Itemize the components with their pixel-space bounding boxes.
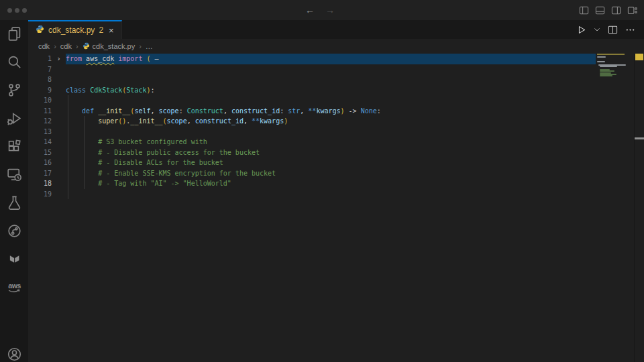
- account-icon[interactable]: [6, 346, 22, 362]
- breadcrumb-item[interactable]: cdk: [60, 42, 72, 50]
- fold-chevron-icon[interactable]: ›: [52, 54, 66, 63]
- code-line[interactable]: 1›from aws_cdk import ( –: [28, 54, 644, 64]
- toggle-panel-icon[interactable]: [595, 5, 605, 15]
- code-token: kwargs: [316, 107, 340, 115]
- code-text: # S3 bucket configured with: [66, 137, 644, 147]
- line-number: 9: [28, 86, 52, 94]
- minimap-line: [597, 61, 605, 62]
- code-text: [66, 64, 644, 75]
- layout-controls: [579, 0, 637, 20]
- code-token: import: [114, 55, 146, 62]
- activity-bar: aws: [0, 20, 28, 362]
- gutter: 7: [28, 66, 66, 73]
- line-number: 19: [28, 190, 52, 198]
- breadcrumb-item[interactable]: cdk: [38, 42, 50, 50]
- code-line[interactable]: 14 # S3 bucket configured with: [28, 137, 644, 147]
- indent-guide: [84, 178, 85, 189]
- gutter: 11: [28, 107, 66, 115]
- code-token: **: [308, 107, 316, 115]
- code-line[interactable]: 10: [28, 95, 644, 106]
- source-control-icon[interactable]: [6, 82, 22, 98]
- terraform-icon[interactable]: [6, 251, 22, 267]
- gutter: 17: [28, 170, 66, 177]
- line-number: 7: [28, 66, 52, 73]
- minimap[interactable]: [596, 54, 635, 362]
- code-text: [66, 189, 644, 200]
- run-and-debug-icon[interactable]: [6, 110, 22, 126]
- search-icon[interactable]: [6, 54, 22, 70]
- gutter: 8: [28, 76, 66, 83]
- tab-badge: 2: [99, 25, 103, 35]
- run-dropdown-icon[interactable]: [594, 26, 600, 33]
- window-maximize-icon[interactable]: [22, 8, 27, 13]
- indent-guide: [68, 137, 68, 147]
- minimap-line: [597, 56, 606, 58]
- indent-guide: [84, 168, 85, 179]
- code-token: :: [150, 86, 154, 94]
- code-token: Construct: [187, 107, 223, 115]
- code-line[interactable]: 16 # - Disable ACLs for the bucket: [28, 158, 644, 168]
- code-line[interactable]: 8: [28, 74, 644, 85]
- indent-guide: [68, 127, 68, 137]
- code-line[interactable]: 15 # - Disable public access for the buc…: [28, 147, 644, 158]
- gutter: 12: [28, 117, 66, 125]
- code-editor[interactable]: 1›from aws_cdk import ( –789class CdkSta…: [28, 54, 644, 362]
- scrollbar-overview-ruler[interactable]: [634, 54, 644, 362]
- line-number: 17: [28, 170, 52, 177]
- extensions-icon[interactable]: [6, 138, 22, 154]
- code-text: # - Disable ACLs for the bucket: [66, 158, 644, 168]
- breadcrumb-item[interactable]: cdk_stack.py: [83, 42, 136, 51]
- explorer-icon[interactable]: [6, 25, 22, 42]
- forward-arrow-icon[interactable]: →: [325, 5, 335, 15]
- run-icon[interactable]: [576, 25, 586, 35]
- code-token: ,: [244, 117, 252, 125]
- indent-guide: [68, 189, 68, 200]
- code-line[interactable]: 17 # - Enable SSE-KMS encryption for the…: [28, 168, 644, 179]
- toggle-secondary-sidebar-icon[interactable]: [611, 5, 621, 15]
- code-line[interactable]: 9class CdkStack(Stack):: [28, 85, 644, 96]
- indent-guide: [68, 95, 68, 106]
- aws-icon[interactable]: aws: [6, 279, 22, 295]
- workbench: aws cdk_stack.py 2 × cdk›cdk›cdk_stack.p…: [0, 20, 644, 362]
- history-navigation: ← →: [305, 0, 335, 20]
- testing-icon[interactable]: [6, 194, 22, 210]
- code-token: class: [66, 86, 90, 94]
- minimap-line: [600, 66, 617, 67]
- customize-layout-icon[interactable]: [627, 5, 637, 15]
- breadcrumb-item[interactable]: …: [146, 42, 153, 50]
- more-icon[interactable]: [625, 25, 635, 35]
- remote-explorer-icon[interactable]: [6, 166, 22, 182]
- code-token: :: [377, 107, 381, 115]
- code-line[interactable]: 18 # - Tag with "AI" -> "HelloWorld": [28, 178, 644, 189]
- python-file-icon: [83, 42, 90, 51]
- close-icon[interactable]: ×: [107, 26, 115, 35]
- toggle-primary-sidebar-icon[interactable]: [579, 5, 589, 15]
- code-token: self: [134, 107, 150, 115]
- code-token: # - Enable SSE-KMS encryption for the bu…: [66, 170, 276, 177]
- code-token: # S3 bucket configured with: [66, 138, 207, 145]
- code-token: (): [118, 117, 126, 125]
- code-text: # - Disable public access for the bucket: [66, 147, 644, 158]
- code-token: ,: [150, 107, 158, 115]
- code-line[interactable]: 19: [28, 189, 644, 200]
- code-token: def: [82, 107, 98, 115]
- window-close-icon[interactable]: [7, 8, 12, 13]
- code-line[interactable]: 12 super().__init__(scope, construct_id,…: [28, 116, 644, 127]
- python-file-icon: [36, 24, 44, 36]
- gutter: 10: [28, 97, 66, 104]
- code-lines[interactable]: 1›from aws_cdk import ( –789class CdkSta…: [28, 54, 644, 362]
- line-number: 10: [28, 97, 52, 104]
- tab-cdk-stack[interactable]: cdk_stack.py 2 ×: [28, 20, 122, 39]
- window-controls[interactable]: [0, 8, 27, 13]
- back-arrow-icon[interactable]: ←: [305, 5, 315, 15]
- code-line[interactable]: 11 def __init__(self, scope: Construct, …: [28, 106, 644, 117]
- gutter: 19: [28, 190, 66, 198]
- line-number: 12: [28, 117, 52, 125]
- code-line[interactable]: 7: [28, 64, 644, 75]
- split-editor-icon[interactable]: [608, 25, 618, 35]
- gutter: 16: [28, 159, 66, 166]
- circled-branch-icon[interactable]: [6, 223, 22, 239]
- indent-guide: [84, 158, 85, 168]
- code-line[interactable]: 13: [28, 127, 644, 137]
- window-minimize-icon[interactable]: [15, 8, 19, 13]
